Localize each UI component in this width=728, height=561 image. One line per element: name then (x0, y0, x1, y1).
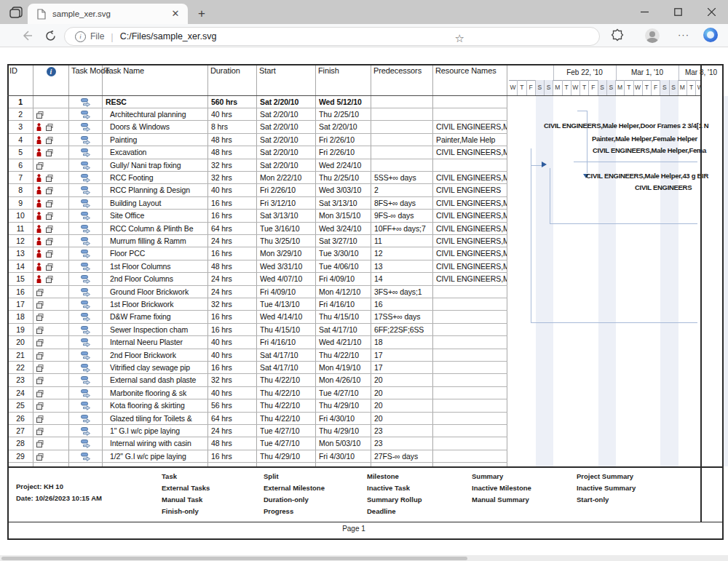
gantt-link-line (550, 168, 550, 223)
task-duration: 40 hrs (211, 336, 256, 349)
task-name: Glazed tiling for Toilets & (110, 413, 207, 425)
close-button[interactable] (695, 0, 728, 24)
day-header: WTFSSMTWTFSSMTWTFSSMTWT (509, 80, 700, 96)
page-info-icon[interactable]: i (75, 31, 86, 42)
task-finish: Mon 4/19/10 (319, 362, 371, 374)
extensions-icon[interactable] (610, 28, 625, 42)
workspaces-icon[interactable] (9, 5, 25, 20)
task-id: 13 (7, 247, 33, 260)
minimize-button[interactable] (628, 0, 661, 24)
day-cell: T (563, 80, 571, 96)
task-duration: 32 hrs (211, 159, 256, 172)
note-icon (46, 212, 53, 220)
task-predecessors: 16 (374, 298, 432, 311)
task-predecessors: 6FF;22SF;6SS (374, 324, 432, 336)
note-icon (36, 339, 44, 346)
task-duration: 48 hrs (211, 260, 256, 273)
task-name: D&W Frame fixing (110, 311, 207, 323)
overallocated-icon (36, 263, 41, 271)
refresh-icon[interactable] (42, 28, 58, 44)
task-start: Sat 3/13/10 (260, 210, 315, 222)
note-icon (36, 111, 44, 119)
task-mode-icon (81, 174, 91, 183)
copilot-icon[interactable] (703, 28, 718, 42)
gantt-link-line (550, 223, 697, 224)
task-start: Sat 2/20/10 (260, 159, 315, 172)
page-border-bottom (7, 538, 724, 540)
legend-item: Split (264, 472, 279, 480)
browser-tab[interactable]: sample_xer.svg ✕ (28, 4, 188, 24)
task-predecessors: 18 (374, 336, 432, 349)
task-resources: CIVIL ENGINEERS,M (436, 247, 507, 260)
task-id: 15 (7, 273, 33, 285)
note-icon (46, 175, 53, 182)
task-duration: 48 hrs (211, 437, 256, 450)
note-icon (36, 402, 44, 410)
task-duration: 64 hrs (211, 223, 256, 235)
horizontal-scrollbar[interactable] (0, 555, 728, 561)
note-icon (46, 124, 53, 131)
task-resources (436, 387, 507, 399)
task-id: 22 (7, 362, 33, 374)
gantt-link-arrow-icon (542, 162, 547, 167)
task-name: Marbonite flooring & sk (110, 387, 207, 399)
task-finish: Fri 4/30/10 (319, 413, 371, 425)
task-predecessors: 14 (374, 273, 432, 285)
task-id: 29 (7, 450, 33, 463)
task-finish: Tue 3/30/10 (319, 247, 371, 260)
task-name: Floor PCC (110, 247, 207, 260)
note-icon (36, 289, 44, 296)
task-id: 9 (7, 197, 33, 210)
day-cell: W (571, 80, 580, 96)
overallocated-icon (36, 237, 41, 245)
task-name: Site Office (110, 210, 207, 222)
footer-project-label: Project: KH 10 (16, 482, 63, 490)
legend-item: Manual Summary (472, 496, 529, 504)
maximize-button[interactable] (661, 0, 695, 24)
more-menu-icon[interactable]: ··· (676, 28, 692, 44)
task-finish: Wed 3/03/10 (319, 184, 371, 196)
day-cell: T (518, 80, 526, 96)
profile-avatar[interactable] (645, 28, 660, 43)
task-mode-icon (81, 136, 91, 145)
task-finish: Thu 4/29/10 (319, 399, 371, 412)
task-name: 1st Floor Brickwork (110, 298, 207, 311)
task-duration: 40 hrs (211, 108, 256, 121)
task-id: 14 (7, 260, 33, 273)
task-name: Kota flooring & skirting (110, 399, 207, 412)
timescale-divider (553, 64, 554, 80)
task-id: 25 (7, 399, 33, 412)
tab-close-icon[interactable]: ✕ (169, 7, 182, 20)
task-start: Tue 4/27/10 (260, 425, 315, 437)
task-finish: Wed 5/12/10 (319, 96, 371, 108)
note-icon (36, 365, 44, 372)
url-bar[interactable]: i File | C:/Files/sample_xer.svg ☆ (64, 27, 600, 46)
task-start: Sat 2/20/10 (260, 96, 315, 108)
task-finish: Thu 2/25/10 (319, 108, 371, 121)
task-mode-icon (81, 98, 91, 107)
favorite-star-icon[interactable]: ☆ (455, 32, 464, 45)
task-finish: Fri 4/30/10 (319, 450, 371, 463)
task-predecessors: 20 (374, 374, 432, 386)
task-id: 11 (7, 223, 33, 235)
task-id: 1 (7, 96, 33, 108)
task-duration: 40 hrs (211, 387, 256, 399)
legend-item: Task (162, 472, 177, 480)
task-duration: 24 hrs (211, 235, 256, 247)
note-icon (36, 301, 44, 309)
new-tab-button[interactable]: + (194, 6, 210, 22)
task-mode-icon (81, 453, 91, 461)
task-finish: Thu 4/15/10 (319, 311, 371, 323)
back-icon[interactable] (19, 28, 35, 44)
task-name: Architechtural planning (110, 108, 207, 121)
scrollbar-thumb[interactable] (1, 557, 467, 560)
note-icon (46, 238, 53, 245)
task-mode-icon (81, 351, 91, 360)
day-cell: T (580, 80, 589, 96)
task-start: Thu 4/22/10 (260, 387, 315, 399)
day-cell: F (652, 80, 660, 96)
task-resources: CIVIL ENGINEERS,M (436, 273, 507, 285)
overallocated-icon (36, 123, 41, 131)
task-mode-icon (81, 439, 91, 448)
footer-date-label: Date: 10/26/2023 10:15 AM (16, 494, 102, 502)
